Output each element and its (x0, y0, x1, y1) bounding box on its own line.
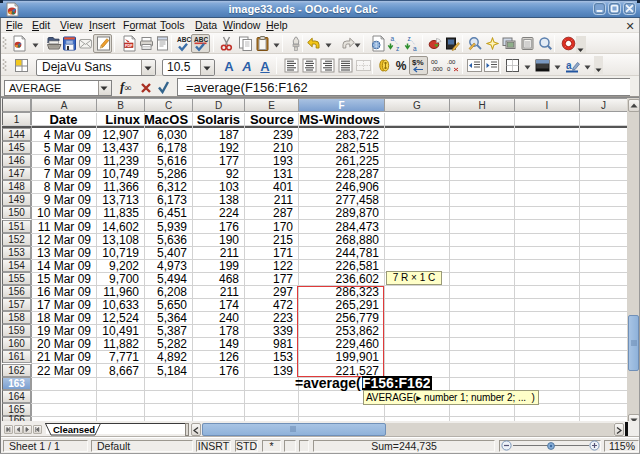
svg-text:00: 00 (431, 59, 438, 65)
svg-text:0: 0 (447, 66, 451, 72)
svg-text:$%: $% (412, 58, 424, 67)
svg-text:z: z (396, 45, 399, 52)
svg-text:a: a (391, 35, 395, 42)
svg-text:ABC: ABC (194, 36, 208, 43)
svg-text:a: a (566, 60, 572, 71)
svg-text:PDF: PDF (125, 44, 133, 48)
svg-text:.00: .00 (447, 59, 456, 65)
svg-text:a: a (413, 45, 417, 52)
svg-text:ABC: ABC (177, 36, 191, 43)
svg-text:.000: .000 (431, 66, 443, 72)
svg-text:z: z (408, 35, 411, 42)
